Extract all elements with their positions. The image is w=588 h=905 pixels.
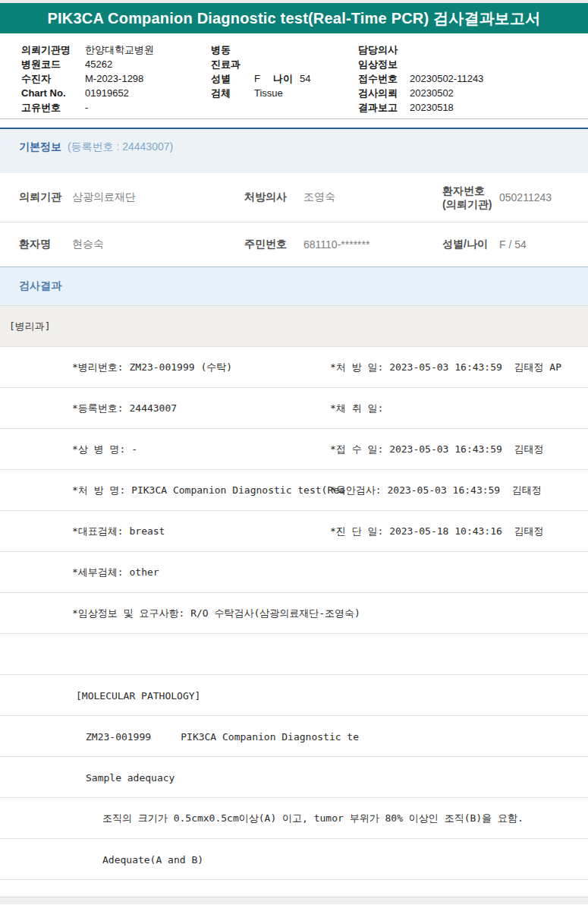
result-left-text: *세부검체: other bbox=[72, 566, 159, 579]
result-left-text: *병리번호: ZM23-001999 (수탁) bbox=[72, 361, 232, 374]
result-row: *병리번호: ZM23-001999 (수탁) *처 방 일: 2023-05-… bbox=[0, 347, 588, 388]
field-label: 환자번호(의뢰기관) bbox=[442, 184, 492, 211]
field-value: 45262 bbox=[85, 58, 112, 70]
header-row: 결과보고20230518 bbox=[358, 100, 483, 115]
report-title: PIK3CA Companion Diagnostic test(Real-Ti… bbox=[48, 8, 541, 29]
result-row: [MOLECULAR PATHOLOGY] bbox=[0, 675, 588, 716]
field-value: M-2023-1298 bbox=[85, 73, 143, 84]
field-value: Tissue bbox=[254, 87, 283, 99]
result-left-text: *임상정보 및 요구사항: R/O 수탁검사(삼광의료재단-조영숙) bbox=[72, 607, 360, 620]
header-row: 검사의뢰20230502 bbox=[358, 86, 483, 100]
table-row: 의뢰기관 삼광의료재단 처방의사 조영숙 환자번호(의뢰기관) 05021124… bbox=[0, 173, 588, 222]
result-left-text: *처 방 명: PIK3CA Companion Diagnostic test… bbox=[72, 484, 345, 497]
patient-name-value: 현승숙 bbox=[72, 238, 104, 251]
patient-number-value: 050211243 bbox=[499, 191, 552, 203]
result-right-text: *육안검사: 2023-05-03 16:43:59 김태정 bbox=[330, 484, 542, 497]
results-rows: *병리번호: ZM23-001999 (수탁) *처 방 일: 2023-05-… bbox=[0, 347, 588, 880]
header-left-column: 의뢰기관명한양대학교병원 병원코드45262 수진자M-2023-1298 Ch… bbox=[21, 43, 154, 115]
result-row: *세부검체: other bbox=[0, 552, 588, 593]
field-value: 20230518 bbox=[410, 102, 454, 113]
header-middle-column: 병동 진료과 성별F나이54 검체Tissue bbox=[211, 43, 310, 100]
field-value: 01919652 bbox=[85, 87, 129, 99]
results-section-title: 검사결과 bbox=[19, 279, 61, 293]
result-row: *처 방 명: PIK3CA Companion Diagnostic test… bbox=[0, 470, 588, 511]
field-label: 결과보고 bbox=[358, 100, 410, 115]
field-label-line1: 환자번호 bbox=[442, 184, 485, 197]
result-row: *상 병 명: - *접 수 일: 2023-05-03 16:43:59 김태… bbox=[0, 429, 588, 470]
result-row: 조직의 크기가 0.5cmx0.5cm이상(A) 이고, tumor 부위가 8… bbox=[0, 798, 588, 839]
patient-info-table: 의뢰기관 삼광의료재단 처방의사 조영숙 환자번호(의뢰기관) 05021124… bbox=[0, 173, 588, 266]
field-label: 성별 bbox=[211, 71, 254, 86]
result-left-text: 조직의 크기가 0.5cmx0.5cm이상(A) 이고, tumor 부위가 8… bbox=[102, 812, 524, 825]
result-row-empty bbox=[0, 634, 588, 675]
field-value: 20230502 bbox=[410, 87, 454, 99]
field-label: 접수번호 bbox=[358, 71, 410, 86]
result-row: Sample adequacy bbox=[0, 757, 588, 798]
field-label: 의뢰기관명 bbox=[21, 43, 85, 57]
prescribing-doctor-value: 조영숙 bbox=[303, 191, 335, 204]
result-right-text: *채 취 일: bbox=[330, 402, 383, 415]
field-label: 환자명 bbox=[19, 238, 51, 251]
result-row: *임상정보 및 요구사항: R/O 수탁검사(삼광의료재단-조영숙) bbox=[0, 593, 588, 634]
result-left-text: *대표검체: breast bbox=[72, 525, 165, 538]
result-left-text: Sample adequacy bbox=[86, 771, 175, 783]
header-row: 수진자M-2023-1298 bbox=[21, 71, 154, 86]
result-left-text: *상 병 명: - bbox=[72, 443, 137, 456]
field-label: 진료과 bbox=[211, 57, 254, 71]
header-row: 접수번호20230502-11243 bbox=[358, 71, 483, 86]
field-value: 한양대학교병원 bbox=[85, 44, 154, 55]
header-row: 병동 bbox=[211, 43, 310, 57]
field-label: 검사의뢰 bbox=[358, 86, 410, 100]
report-header-info: 의뢰기관명한양대학교병원 병원코드45262 수진자M-2023-1298 Ch… bbox=[0, 33, 588, 119]
table-row: 환자명 현승숙 주민번호 681110-******* 성별/나이 F / 54 bbox=[0, 222, 588, 266]
field-label: 처방의사 bbox=[244, 191, 287, 204]
department-row: [병리과] bbox=[0, 306, 588, 347]
field-label: 검체 bbox=[211, 86, 254, 100]
header-row: 고유번호- bbox=[21, 100, 154, 115]
header-right-column: 담당의사 임상정보 접수번호20230502-11243 검사의뢰2023050… bbox=[358, 43, 483, 115]
field-value: 54 bbox=[300, 73, 310, 84]
report-title-bar: PIK3CA Companion Diagnostic test(Real-Ti… bbox=[0, 3, 588, 33]
result-row: *대표검체: breast *진 단 일: 2023-05-18 10:43:1… bbox=[0, 511, 588, 552]
field-label: Chart No. bbox=[21, 86, 85, 100]
result-right-text: *진 단 일: 2023-05-18 10:43:16 김태정 bbox=[330, 525, 544, 538]
header-row: Chart No.01919652 bbox=[21, 86, 154, 100]
referring-org-value: 삼광의료재단 bbox=[72, 191, 136, 204]
field-value: 20230502-11243 bbox=[410, 73, 483, 84]
field-label: 병원코드 bbox=[21, 57, 85, 71]
registration-number-text: (등록번호 : 24443007) bbox=[68, 140, 173, 153]
result-left-text: ZM23-001999 PIK3CA Companion Diagnostic … bbox=[86, 730, 359, 742]
field-label: 수진자 bbox=[21, 71, 85, 86]
field-label: 고유번호 bbox=[21, 100, 85, 115]
field-label: 임상정보 bbox=[358, 57, 410, 71]
footer-bar bbox=[0, 897, 588, 904]
header-row: 검체Tissue bbox=[211, 86, 310, 100]
spacer bbox=[0, 880, 588, 897]
result-left-text: [MOLECULAR PATHOLOGY] bbox=[76, 689, 200, 701]
result-left-text: *등록번호: 24443007 bbox=[72, 402, 177, 415]
spacer bbox=[0, 119, 588, 128]
field-label: 의뢰기관 bbox=[19, 191, 61, 204]
sex-age-value: F / 54 bbox=[499, 238, 527, 251]
result-left-text: Adequate(A and B) bbox=[102, 853, 203, 865]
result-right-text: *접 수 일: 2023-05-03 16:43:59 김태정 bbox=[330, 443, 544, 456]
result-row: *등록번호: 24443007 *채 취 일: bbox=[0, 388, 588, 429]
header-row: 의뢰기관명한양대학교병원 bbox=[21, 43, 154, 57]
field-label: 주민번호 bbox=[244, 238, 287, 251]
header-row: 성별F나이54 bbox=[211, 71, 310, 86]
header-row: 진료과 bbox=[211, 57, 310, 71]
result-row: Adequate(A and B) bbox=[0, 839, 588, 880]
field-label-line2: (의뢰기관) bbox=[442, 198, 492, 210]
resident-number-value: 681110-******* bbox=[303, 238, 369, 251]
department-label: [병리과] bbox=[9, 320, 51, 333]
basic-info-section-header: 기본정보 (등록번호 : 24443007) bbox=[0, 128, 588, 173]
field-label: 나이 bbox=[273, 71, 300, 86]
results-section-header: 검사결과 bbox=[0, 266, 588, 306]
header-row: 임상정보 bbox=[358, 57, 483, 71]
result-right-text: *처 방 일: 2023-05-03 16:43:59 김태정 AP bbox=[330, 361, 561, 374]
field-label: 담당의사 bbox=[358, 43, 410, 57]
field-value: - bbox=[85, 102, 88, 113]
header-row: 담당의사 bbox=[358, 43, 483, 57]
field-label: 병동 bbox=[211, 43, 254, 57]
field-value: F bbox=[254, 73, 260, 84]
